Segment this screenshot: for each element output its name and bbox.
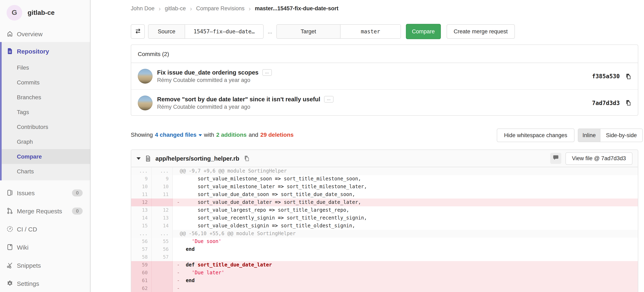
line-number-old[interactable]: 11 [131,191,152,199]
line-number-new[interactable] [152,261,173,269]
sidebar-item-compare[interactable]: Compare [2,149,90,164]
line-number-old[interactable]: 15 [131,222,152,230]
sidebar-item-snippets[interactable]: Snippets [0,256,90,274]
changed-files-dropdown[interactable]: 4 changed files [155,131,202,138]
line-number-new[interactable]: 14 [152,222,173,230]
main-content: John Doe › gitlab-ce › Compare Revisions… [91,0,644,292]
line-number-old[interactable]: 13 [131,206,152,214]
diff-row: 5756 end [131,245,638,253]
author-avatar[interactable] [138,69,152,84]
sidebar-item-contributors[interactable]: Contributors [2,119,90,134]
commit-expand-button[interactable]: ... [262,69,272,76]
line-number-old[interactable]: 14 [131,214,152,222]
copy-path-icon[interactable] [244,155,250,162]
side-by-side-view-button[interactable]: Side-by-side [600,129,642,142]
sidebar-item-overview[interactable]: Overview [0,26,90,42]
hide-whitespace-button[interactable]: Hide whitespace changes [497,128,574,142]
commit-sha[interactable]: f385a530 [592,73,620,79]
line-number-new[interactable]: ... [152,167,173,175]
commit-row: Remove "sort by due date later" since it… [131,89,638,116]
breadcrumb-user[interactable]: John Doe [131,5,155,12]
line-number-new[interactable] [152,269,173,277]
line-number-new[interactable]: 9 [152,175,173,183]
inline-view-button[interactable]: Inline [578,129,600,142]
line-number-old[interactable]: 60 [131,269,152,277]
line-number-old[interactable]: ... [131,167,152,175]
sidebar-item-charts[interactable]: Charts [2,164,90,179]
breadcrumb-compare[interactable]: Compare Revisions [196,5,245,12]
copy-sha-icon[interactable] [625,73,631,79]
sidebar-item-tags[interactable]: Tags [2,105,90,119]
collapse-file-caret-icon[interactable] [136,157,141,160]
line-number-new[interactable]: 57 [152,253,173,261]
summary-prefix: Showing [131,131,153,138]
view-file-button[interactable]: View file @ 7ad7d3d3 [565,152,632,165]
project-header[interactable]: G gitlab-ce [0,0,90,26]
line-number-old[interactable]: 59 [131,261,152,269]
line-number-old[interactable]: 12 [131,199,152,206]
line-number-new[interactable] [152,199,173,206]
file-diff-panel: app/helpers/sorting_helper.rb View file … [131,150,638,292]
line-number-new[interactable] [152,277,173,284]
chevron-right-icon: › [155,5,165,12]
compare-button[interactable]: Compare [406,24,441,39]
code-line: - [173,284,638,292]
line-number-old[interactable]: ... [131,230,152,238]
commit-title[interactable]: Fix issue due_date ordering scopes [157,69,258,76]
source-branch-dropdown[interactable]: 15457–fix–due–date… [185,25,263,38]
line-number-new[interactable]: ... [152,230,173,238]
diff-row: 1010 sort_value_milestone_later => sort_… [131,183,638,191]
target-branch-dropdown[interactable]: master [340,25,400,38]
line-number-new[interactable]: 55 [152,238,173,245]
line-number-new[interactable]: 13 [152,214,173,222]
sidebar-item-branches[interactable]: Branches [2,90,90,105]
sidebar-item-label: Snippets [17,262,41,269]
code-line: sort_value_largest_repo => sort_title_la… [173,206,638,214]
sidebar-item-wiki[interactable]: Wiki [0,238,90,256]
sidebar-item-commits[interactable]: Commits [2,75,90,90]
repository-subnav: FilesCommitsBranchesTagsContributorsGrap… [2,60,90,179]
commit-title[interactable]: Remove "sort by due date later" since it… [157,96,320,102]
breadcrumb-project[interactable]: gitlab-ce [165,5,186,12]
line-number-old[interactable]: 61 [131,277,152,284]
sidebar-item-settings[interactable]: Settings [0,274,90,292]
line-number-new[interactable] [152,284,173,292]
source-label: Source [148,25,185,38]
sidebar-item-label: Issues [17,189,35,196]
diff-row: 5857 [131,253,638,261]
line-number-old[interactable]: 57 [131,245,152,253]
toggle-comments-button[interactable] [550,153,561,164]
line-number-new[interactable]: 56 [152,245,173,253]
author-avatar[interactable] [138,95,152,110]
sidebar-item-files[interactable]: Files [2,60,90,75]
sidebar-item-graph[interactable]: Graph [2,134,90,149]
diff-table: ...... @@ -9,7 +9,6 @@ module SortingHel… [131,167,638,292]
line-number-old[interactable]: 56 [131,238,152,245]
sidebar-bottom-nav: Issues0Merge Requests0CI / CDWikiSnippet… [0,184,90,292]
line-number-old[interactable]: 9 [131,175,152,183]
sidebar-item-repository[interactable]: Repository [2,42,90,60]
commit-sha[interactable]: 7ad7d3d3 [592,99,620,106]
swap-revisions-button[interactable] [131,24,145,39]
create-merge-request-button[interactable]: Create merge request [446,24,515,39]
file-diff-header: app/helpers/sorting_helper.rb View file … [131,150,638,167]
diff-row: 99 sort_value_milestone_soon => sort_tit… [131,175,638,183]
sidebar-item-ci-cd[interactable]: CI / CD [0,220,90,238]
deletions-count: 29 deletions [260,131,294,138]
line-number-new[interactable]: 10 [152,183,173,191]
sidebar-item-issues[interactable]: Issues0 [0,184,90,202]
commit-expand-button[interactable]: ... [324,96,334,102]
wiki-icon [6,244,13,250]
line-number-old[interactable]: 10 [131,183,152,191]
sidebar-item-merge-requests[interactable]: Merge Requests0 [0,202,90,220]
snippets-icon [6,262,13,268]
gitlab-compare-page: G gitlab-ce Overview Repository FilesCom… [0,0,644,292]
comment-icon [552,155,559,162]
line-number-old[interactable]: 62 [131,284,152,292]
line-number-old[interactable]: 58 [131,253,152,261]
project-avatar: G [6,5,22,21]
copy-sha-icon[interactable] [625,100,631,106]
line-number-new[interactable]: 11 [152,191,173,199]
line-number-new[interactable]: 12 [152,206,173,214]
code-line: sort_value_milestone_soon => sort_title_… [173,175,638,183]
